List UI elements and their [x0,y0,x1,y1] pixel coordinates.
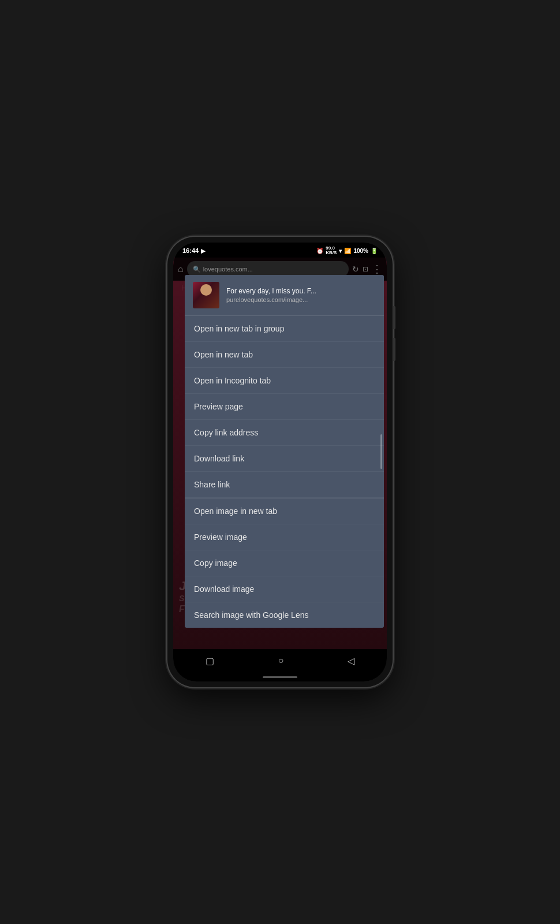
menu-item-copy-image[interactable]: Copy image [185,550,384,576]
status-bar: 16:44 ▶ ⏰ 99.0KB/S ▾ 📶 100% 🔋 [173,243,387,258]
alarm-icon: ⏰ [316,248,323,254]
data-speed: 99.0KB/S [326,246,337,255]
thumbnail-face [200,284,212,296]
menu-item-open-new-tab-group[interactable]: Open in new tab in group [185,316,384,342]
menu-item-open-image-new-tab[interactable]: Open image in new tab [185,498,384,524]
link-title: For every day, I miss you. F... [226,287,376,295]
recents-button[interactable]: ▢ [206,655,214,666]
link-url: purelovequotes.com/image... [226,296,376,303]
scrollbar[interactable] [380,434,382,469]
context-menu: For every day, I miss you. F... purelove… [185,275,384,628]
menu-item-download-link[interactable]: Download link [185,446,384,472]
battery-display: 100% [353,248,368,254]
thumbnail-image [193,282,219,308]
menu-item-search-google-lens[interactable]: Search image with Google Lens [185,602,384,628]
home-indicator-bar [263,676,297,678]
battery-icon: 🔋 [371,248,378,254]
menu-item-copy-link-address[interactable]: Copy link address [185,420,384,446]
menu-item-preview-page[interactable]: Preview page [185,394,384,420]
back-button[interactable]: ◁ [348,655,354,666]
home-indicator [173,672,387,681]
browser-background: ⌂ 🔍 lovequotes.com... ↻ ⊡ ⋮ Home J S F [173,258,387,649]
menu-item-download-image[interactable]: Download image [185,576,384,602]
signal-icon: 📶 [344,248,351,254]
menu-item-open-incognito[interactable]: Open in Incognito tab [185,368,384,394]
header-text-block: For every day, I miss you. F... purelove… [226,287,376,303]
link-thumbnail [193,282,219,308]
menu-item-share-link[interactable]: Share link [185,472,384,498]
status-left: 16:44 ▶ [182,247,206,254]
nav-bar: ▢ ○ ◁ [173,649,387,672]
location-icon: ▶ [201,248,206,254]
status-right: ⏰ 99.0KB/S ▾ 📶 100% 🔋 [316,246,378,255]
context-menu-header: For every day, I miss you. F... purelove… [185,275,384,316]
context-menu-overlay[interactable]: For every day, I miss you. F... purelove… [173,258,387,649]
time-display: 16:44 [182,247,199,254]
menu-item-open-new-tab[interactable]: Open in new tab [185,342,384,368]
home-button[interactable]: ○ [278,655,284,666]
menu-item-preview-image[interactable]: Preview image [185,524,384,550]
phone-device: 16:44 ▶ ⏰ 99.0KB/S ▾ 📶 100% 🔋 ⌂ 🔍 lovequ… [167,237,393,687]
wifi-icon: ▾ [339,248,342,254]
phone-screen: 16:44 ▶ ⏰ 99.0KB/S ▾ 📶 100% 🔋 ⌂ 🔍 lovequ… [173,243,387,681]
